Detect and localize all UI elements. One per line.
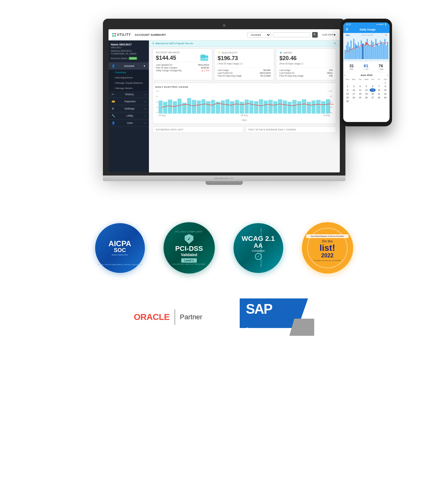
kwh-header: kWh (346, 34, 350, 36)
calendar-day[interactable]: 3 (351, 85, 357, 88)
search-button[interactable]: 🔍 (312, 32, 318, 38)
lightning-icon: ⚡ (218, 51, 221, 54)
utility-label: Utility (127, 114, 133, 117)
history-label: History (125, 93, 134, 96)
sidebar-item-settings[interactable]: ⚙ Settings › (109, 105, 149, 112)
calendar-day[interactable]: 14 (376, 88, 382, 92)
oracle-partner: ORACLE Partner (134, 309, 202, 325)
calendar-day[interactable]: 6 (370, 85, 376, 88)
calendar-day[interactable]: 25 (357, 96, 363, 99)
sidebar-user-name: Name 06013017 (111, 43, 146, 46)
calendar-day[interactable]: 4 (357, 85, 363, 88)
visa-badge: Visa Global Registry of Service Provider… (302, 222, 353, 274)
status-badge: Active (129, 57, 137, 60)
oracle-text: ORACLE (134, 312, 169, 322)
aicpa-badge: AICPA SOC aicpa.org/soc4so SOC for Servi… (95, 223, 145, 273)
wallet-icon (200, 53, 209, 64)
sidebar-sub-add-adjustment[interactable]: Add Adjustment (109, 75, 149, 80)
calendar-day[interactable]: 9 (344, 88, 350, 92)
calendar-day[interactable]: 12 (363, 88, 369, 92)
calendar-day[interactable]: 1 (382, 81, 388, 84)
laptop-stand (206, 181, 243, 185)
daily-usage-title: Daily Usage (360, 28, 376, 31)
sidebar-user-address: Address 06013017, TUSKEGEE, AL-36083 (111, 49, 146, 55)
svg-point-6 (355, 46, 357, 48)
calendar-empty-day (344, 81, 350, 84)
logout-button[interactable]: LOG OUT ▶ (322, 33, 336, 36)
pci-top-text: PCI-DSS COMPLIANT (175, 231, 203, 233)
calendar-day[interactable]: 7 (376, 85, 382, 88)
water-amount: $20.46 (279, 55, 333, 62)
calendar-empty-day (351, 81, 357, 84)
calendar-day[interactable]: 17 (351, 92, 357, 96)
svg-point-3 (206, 58, 207, 59)
search-input[interactable] (273, 32, 310, 37)
calendar-day[interactable]: 19 (363, 92, 369, 96)
account-balance-card: ACCOUNT BALANCE $144.45 (153, 49, 213, 80)
payment-icon: 💳 (112, 100, 115, 103)
sidebar-item-history[interactable]: ↩ History › (109, 91, 149, 98)
calendar-empty-day (363, 81, 369, 84)
phone-calendar: ‹ June 2019 › SunMonTueWedThuFriSat 1234… (343, 72, 390, 104)
laptop-camera (223, 24, 225, 27)
calendar-empty-day (357, 81, 363, 84)
calendar-day[interactable]: 8 (382, 85, 388, 88)
info-text: Welcome to UBT's Pay As You Go (155, 42, 193, 45)
chart-section: DAILY ELECTRIC USAGE 10080604020 100°80°… (153, 83, 336, 124)
calendar-day[interactable]: 10 (351, 88, 357, 92)
svg-rect-4 (201, 55, 205, 56)
visa-top-text: Visa Global Registry of Service Provider… (306, 234, 349, 238)
calendar-day[interactable]: 30 (344, 100, 350, 103)
calendar-day[interactable]: 24 (351, 96, 357, 99)
phone-chart-line (344, 37, 388, 59)
payment-chevron: › (145, 100, 146, 103)
calendar-day[interactable]: 29 (382, 96, 388, 99)
past-30-avg-card: PAST 30 DAYS AVERAGE DAILY CHARGE (245, 126, 336, 133)
calendar-empty-day (370, 100, 376, 103)
calendar-day[interactable]: 16 (344, 92, 350, 96)
sap-partner: SAP Partner (240, 298, 314, 336)
sidebar-sub-summary[interactable]: Summary (109, 70, 149, 75)
sidebar-item-utility[interactable]: 🔧 Utility › (109, 112, 149, 120)
calendar-day[interactable]: 2 (344, 85, 350, 88)
calendar-day[interactable]: 21 (376, 92, 382, 96)
next-month-arrow[interactable]: › (387, 73, 388, 77)
calendar-day[interactable]: 23 (344, 96, 350, 99)
sidebar-sub-manage-meters[interactable]: Manage Meters (109, 86, 149, 91)
prev-month-arrow[interactable]: ‹ (344, 73, 345, 77)
calendar-empty-day (382, 100, 388, 103)
pci-shield-icon (185, 234, 193, 244)
laptop-wrapper: UTILITY ACCOUNT SUMMARY Account 🔍 LOG OU… (103, 19, 345, 185)
sidebar-item-payment[interactable]: 💳 Payment › (109, 98, 149, 105)
history-icon: ↩ (112, 93, 114, 96)
calendar-day[interactable]: 22 (382, 92, 388, 96)
user-label: User (127, 121, 133, 124)
calendar-day[interactable]: 15 (382, 88, 388, 92)
change-row: Utility Charge Changed By ▲ 2.7% (156, 69, 209, 72)
sidebar-item-user[interactable]: 👤 User › (109, 120, 149, 127)
wcag-side-text: WEB CONTENT ACCESSIBILITY GUIDELINES (260, 228, 262, 267)
chart-title: DAILY ELECTRIC USAGE (155, 86, 333, 88)
phone-usage-header: kWh ● 41°F ● 70°F °F (343, 33, 390, 37)
calendar-day-header: Mon (351, 78, 357, 81)
logo-dot-4 (114, 35, 116, 37)
account-select[interactable]: Account (247, 32, 271, 38)
calendar-day[interactable]: 28 (376, 96, 382, 99)
calendar-day[interactable]: 20 (370, 92, 376, 96)
calendar-day-header: Fri (376, 78, 382, 81)
calendar-day[interactable]: 18 (357, 92, 363, 96)
estimated-days-card: ESTIMATED DAYS LEFT (153, 126, 243, 133)
phone-screen: 11:57 ▪▪▪ WiFi 🔋 ☰ Daily Usage kWh ● 41°… (343, 22, 390, 122)
calendar-day[interactable]: 11 (357, 88, 363, 92)
sidebar-item-account[interactable]: 👤 Account ▼ (109, 63, 149, 70)
calendar-day[interactable]: 26 (363, 96, 369, 99)
sidebar-sub-manage-unpaid[interactable]: Manage Unpaid Balance (109, 80, 149, 86)
electricity-sub: ( Past 30 Days Usage ) ⓘ (218, 62, 271, 65)
calendar-day[interactable]: 5 (363, 85, 369, 88)
calendar-day[interactable]: 27 (370, 96, 376, 99)
close-icon[interactable]: ✕ (334, 42, 336, 45)
electricity-details: Last Usage 58 kWh Last Posted On 09/11/2… (218, 67, 271, 77)
history-chevron: › (145, 93, 146, 96)
settings-icon: ⚙ (112, 107, 114, 110)
calendar-day[interactable]: 13 (370, 88, 376, 92)
